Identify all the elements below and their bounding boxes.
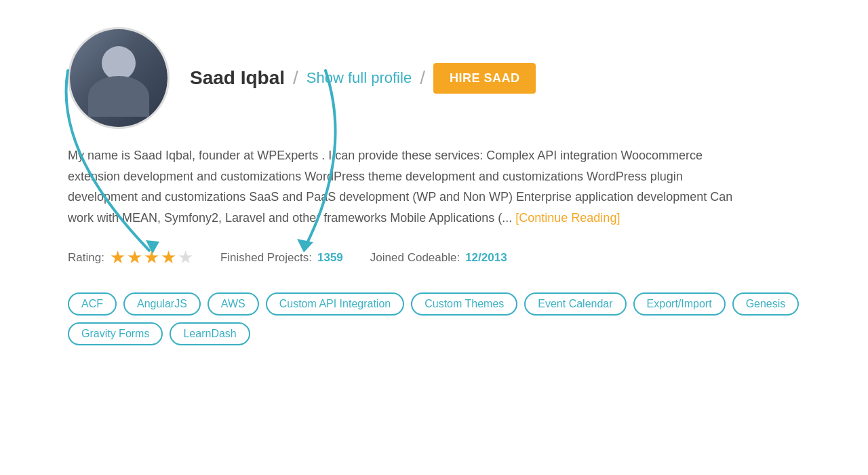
star-5-empty: ★ bbox=[178, 247, 193, 268]
tag-item[interactable]: Custom API Integration bbox=[266, 292, 405, 316]
tag-item[interactable]: Export/Import bbox=[633, 292, 726, 316]
finished-label: Finished Projects: bbox=[220, 251, 312, 265]
finished-stat: Finished Projects: 1359 bbox=[220, 251, 343, 265]
slash-1: / bbox=[293, 67, 298, 89]
tag-item[interactable]: Genesis bbox=[732, 292, 800, 316]
joined-label: Joined Codeable: bbox=[370, 251, 460, 265]
bio-text: My name is Saad Iqbal, founder at WPExpe… bbox=[68, 145, 746, 228]
header-info-row: Saad Iqbal / Show full profile / HIRE SA… bbox=[190, 63, 536, 94]
stats-section: Rating: ★ ★ ★ ★ ★ Finished Projects: 135… bbox=[68, 247, 800, 268]
star-3: ★ bbox=[144, 247, 159, 268]
rating-stat: Rating: ★ ★ ★ ★ ★ bbox=[68, 247, 193, 268]
joined-stat: Joined Codeable: 12/2013 bbox=[370, 251, 507, 265]
profile-container: Saad Iqbal / Show full profile / HIRE SA… bbox=[68, 27, 800, 345]
rating-label: Rating: bbox=[68, 251, 104, 265]
stars-display: ★ ★ ★ ★ ★ bbox=[110, 247, 193, 268]
joined-value: 12/2013 bbox=[465, 251, 507, 265]
bio-section: My name is Saad Iqbal, founder at WPExpe… bbox=[68, 145, 800, 228]
profile-header: Saad Iqbal / Show full profile / HIRE SA… bbox=[68, 27, 800, 129]
avatar-image bbox=[70, 27, 167, 129]
continue-reading-link[interactable]: [Continue Reading] bbox=[515, 211, 620, 225]
tag-item[interactable]: AWS bbox=[208, 292, 259, 316]
tag-item[interactable]: Event Calendar bbox=[524, 292, 626, 316]
tag-item[interactable]: LearnDash bbox=[170, 322, 250, 345]
tag-item[interactable]: Gravity Forms bbox=[68, 322, 163, 345]
avatar bbox=[68, 27, 170, 129]
star-2: ★ bbox=[127, 247, 142, 268]
show-profile-link[interactable]: Show full profile bbox=[307, 69, 412, 87]
tags-section: ACFAngularJSAWSCustom API IntegrationCus… bbox=[68, 292, 800, 345]
user-name: Saad Iqbal bbox=[190, 67, 285, 89]
stats-wrapper: Rating: ★ ★ ★ ★ ★ Finished Projects: 135… bbox=[68, 247, 800, 268]
header-info: Saad Iqbal / Show full profile / HIRE SA… bbox=[190, 63, 536, 94]
hire-button[interactable]: HIRE SAAD bbox=[433, 63, 536, 94]
slash-2: / bbox=[420, 67, 425, 89]
tag-item[interactable]: Custom Themes bbox=[411, 292, 517, 316]
star-1: ★ bbox=[110, 247, 125, 268]
tag-item[interactable]: ACF bbox=[68, 292, 117, 316]
star-4: ★ bbox=[161, 247, 176, 268]
finished-value: 1359 bbox=[317, 251, 343, 265]
tag-item[interactable]: AngularJS bbox=[123, 292, 201, 316]
